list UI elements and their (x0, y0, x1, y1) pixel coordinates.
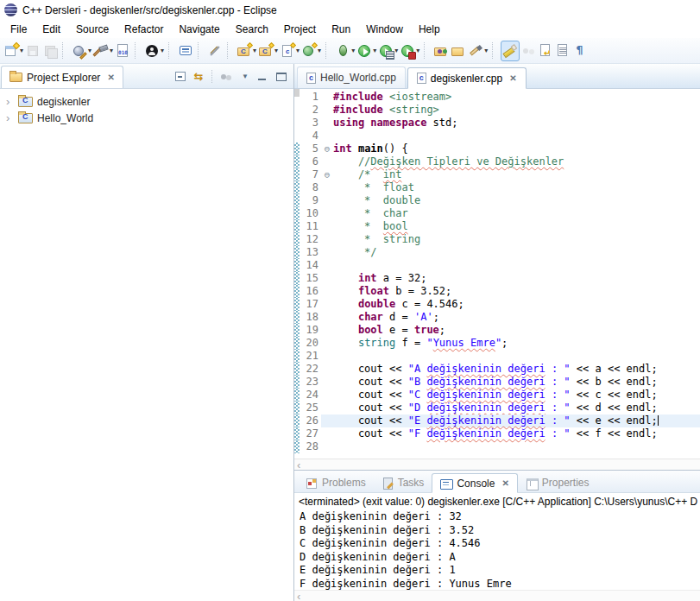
code-line[interactable]: 23 cout << "B değişkeninin değeri : " <<… (294, 376, 700, 389)
binary-file-button[interactable] (114, 41, 131, 61)
code-line[interactable]: 10 * char (294, 207, 700, 220)
maximize-icon[interactable] (276, 73, 287, 81)
run-button[interactable]: ▾ (356, 41, 377, 61)
open-type-button[interactable] (432, 41, 450, 61)
code-line[interactable]: 20 string f = "Yunus Emre"; (294, 337, 700, 350)
menu-run[interactable]: Run (324, 22, 358, 37)
fold-collapse-icon[interactable]: ⊖ (321, 142, 333, 155)
debug-button[interactable]: ▾ (334, 41, 356, 61)
dropdown-arrow-icon[interactable]: ▾ (253, 47, 256, 54)
dropdown-arrow-icon[interactable]: ▾ (161, 47, 164, 54)
new-c-file-button[interactable]: ▾ (279, 41, 300, 61)
user-profile-button[interactable]: ▾ (143, 41, 165, 61)
editor-tab-degiskenler-cpp[interactable]: degiskenler.cpp✕ (407, 67, 527, 89)
search-brush-button[interactable]: ▾ (467, 41, 489, 61)
menu-navigate[interactable]: Navigate (171, 22, 227, 37)
view-users-icon[interactable] (220, 73, 232, 81)
code-line[interactable]: 16 float b = 3.52; (294, 285, 700, 298)
menu-file[interactable]: File (3, 22, 35, 37)
tab-tasks[interactable]: Tasks (374, 472, 432, 492)
view-menu-icon[interactable]: ▼ (240, 72, 250, 82)
next-annotation-button[interactable] (554, 41, 571, 61)
code-line[interactable]: 18 char d = 'A'; (294, 311, 700, 324)
dropdown-arrow-icon[interactable]: ▾ (110, 47, 113, 54)
code-line[interactable]: 19 bool e = true; (294, 324, 700, 337)
project-tree[interactable]: ›degiskenler›Hello_World (0, 89, 293, 601)
remote-console-button[interactable] (177, 41, 194, 61)
code-line[interactable]: 4 (294, 130, 700, 142)
console-output[interactable]: A değişkeninin değeri : 32B değişkeninin… (294, 510, 700, 590)
editor-tab-hello-world-cpp[interactable]: Hello_World.cpp (297, 66, 406, 88)
code-line[interactable]: 12 * string (294, 233, 700, 246)
dropdown-arrow-icon[interactable]: ▾ (296, 47, 300, 54)
mark-occurrences-button[interactable] (501, 41, 520, 61)
dropdown-arrow-icon[interactable]: ▾ (351, 47, 355, 54)
code-line[interactable]: 8 * float (294, 181, 700, 194)
chevron-right-icon[interactable]: › (6, 114, 14, 123)
menu-edit[interactable]: Edit (35, 22, 68, 37)
code-line[interactable]: 25 cout << "D değişkeninin değeri : " <<… (294, 402, 700, 414)
tab-project-explorer[interactable]: Project Explorer ✕ (1, 66, 123, 88)
code-line[interactable]: 22 cout << "A değişkeninin değeri : " <<… (294, 363, 700, 376)
dropdown-arrow-icon[interactable]: ▾ (318, 47, 321, 54)
launch-config-button[interactable]: ▾ (71, 41, 92, 61)
new-wizard-button[interactable]: ▾ (3, 41, 24, 61)
pencil-disabled-button[interactable] (206, 41, 224, 61)
menu-window[interactable]: Window (358, 22, 411, 37)
code-line[interactable]: 24 cout << "C değişkeninin değeri : " <<… (294, 389, 700, 402)
menu-help[interactable]: Help (411, 22, 448, 37)
tab-properties[interactable]: Properties (518, 472, 597, 492)
dropdown-arrow-icon[interactable]: ▾ (394, 47, 398, 54)
tree-item-hello_world[interactable]: ›Hello_World (0, 110, 293, 126)
code-line[interactable]: 11 * bool (294, 220, 700, 233)
save-button[interactable] (24, 41, 41, 61)
console-hscrollbar[interactable]: ‹ (294, 590, 700, 601)
build-all-button[interactable]: ▾ (92, 41, 114, 61)
close-icon[interactable]: ✕ (501, 478, 508, 488)
code-line[interactable]: 28 (294, 440, 700, 453)
collapse-all-icon[interactable] (175, 72, 186, 81)
open-resource-button[interactable] (450, 41, 467, 61)
dropdown-arrow-icon[interactable]: ▾ (484, 47, 488, 54)
link-with-editor-icon[interactable]: ⇆ (193, 72, 204, 82)
dropdown-arrow-icon[interactable]: ▾ (373, 47, 376, 54)
tab-problems[interactable]: Problems (298, 472, 374, 492)
dropdown-arrow-icon[interactable]: ▾ (88, 47, 91, 54)
code-line[interactable]: 1#include <iostream> (294, 91, 700, 104)
code-line[interactable]: 6 //Değişken Tipleri ve Değişkenler (294, 155, 700, 168)
code-line[interactable]: 7⊖ /* int (294, 168, 700, 181)
code-line[interactable]: 13 */ (294, 246, 700, 259)
editor-hscrollbar[interactable]: ‹ (294, 459, 700, 470)
new-class-button[interactable]: ▾ (300, 41, 322, 61)
code-line[interactable]: 26 cout << "E değişkeninin değeri : " <<… (294, 414, 700, 427)
run-external-button[interactable]: ▾ (399, 41, 420, 61)
menu-refactor[interactable]: Refactor (117, 22, 171, 37)
fold-collapse-icon[interactable]: ⊖ (321, 168, 333, 181)
save-all-button[interactable] (41, 41, 59, 61)
tree-item-degiskenler[interactable]: ›degiskenler (0, 93, 293, 110)
dropdown-arrow-icon[interactable]: ▾ (416, 47, 419, 54)
code-line[interactable]: 27 cout << "F değişkeninin değeri : " <<… (294, 427, 700, 440)
new-c-folder-button[interactable]: ▾ (257, 41, 279, 61)
menu-project[interactable]: Project (276, 22, 324, 37)
tab-console[interactable]: Console✕ (432, 473, 517, 493)
menu-search[interactable]: Search (228, 22, 276, 37)
close-icon[interactable]: ✕ (107, 73, 114, 82)
code-line[interactable]: 9 * double (294, 194, 700, 207)
code-line[interactable]: 21 (294, 350, 700, 363)
new-c-project-button[interactable]: ▾ (236, 41, 257, 61)
scroll-left-icon[interactable]: ‹ (297, 461, 300, 469)
show-whitespace-button[interactable] (571, 41, 589, 61)
code-line[interactable]: 15 int a = 32; (294, 272, 700, 285)
run-history-button[interactable]: ▾ (377, 41, 399, 61)
code-line[interactable]: 2#include <string> (294, 104, 700, 117)
code-line[interactable]: 14 (294, 259, 700, 272)
code-line[interactable]: 3using namespace std; (294, 117, 700, 130)
code-line[interactable]: 5⊖int main() { (294, 142, 700, 155)
dropdown-arrow-icon[interactable]: ▾ (20, 47, 23, 54)
dropdown-arrow-icon[interactable]: ▾ (274, 47, 278, 54)
close-icon[interactable]: ✕ (509, 73, 516, 83)
menu-source[interactable]: Source (68, 22, 117, 37)
grayed-toggle-button[interactable] (520, 41, 537, 61)
scroll-left-icon[interactable]: ‹ (297, 592, 300, 600)
